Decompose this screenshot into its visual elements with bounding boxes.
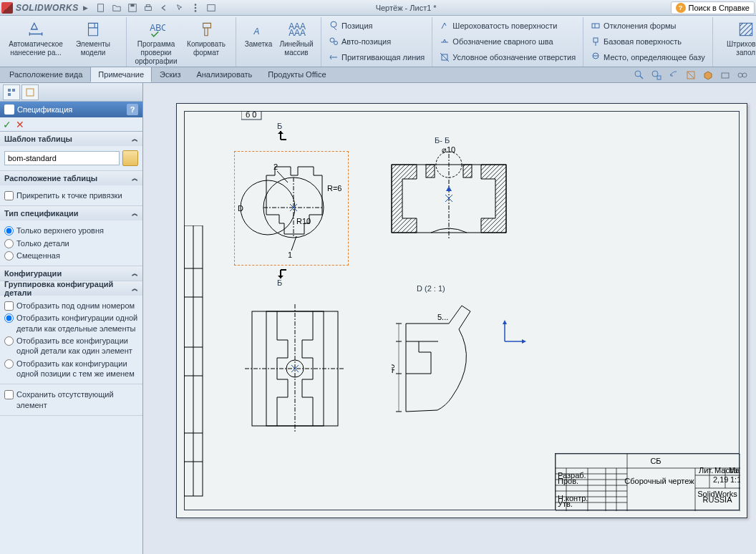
new-button[interactable] xyxy=(94,1,108,14)
part-config-grouping-header[interactable]: Группировка конфигураций детали︽ xyxy=(0,281,142,296)
svg-text:D: D xyxy=(238,204,243,213)
surface-finish-icon xyxy=(440,21,450,31)
display-same-name-radio[interactable] xyxy=(4,359,14,369)
hole-callout-button[interactable]: Условное обозначение отверстия xyxy=(437,50,578,64)
tab-annotation[interactable]: Примечание xyxy=(90,67,152,82)
svg-text:RUSSIA: RUSSIA xyxy=(703,495,733,504)
pm-help-button[interactable]: ? xyxy=(127,104,138,115)
svg-text:5...: 5... xyxy=(437,313,448,321)
collapse-icon: ︽ xyxy=(132,135,138,144)
hide-show-button[interactable] xyxy=(717,68,733,82)
section-label-b-top: Б xyxy=(277,122,282,130)
command-tabs: Расположение вида Примечание Эскиз Анали… xyxy=(0,67,756,83)
drawing-view-detail-d[interactable]: 40 5... xyxy=(392,298,492,427)
property-manager-body: Шаблон таблицы︽ Расположение таблицы︽ Пр… xyxy=(0,132,142,554)
svg-text:A: A xyxy=(253,26,260,37)
view-orientation-button[interactable] xyxy=(735,68,750,82)
hatch-fill-button[interactable]: Штриховка/запол xyxy=(717,19,756,59)
magnetic-line-button[interactable]: Притягивающая линия xyxy=(326,50,427,64)
section-view-button[interactable] xyxy=(683,68,699,82)
indented-radio[interactable] xyxy=(4,251,14,261)
svg-text:б 0: б 0 xyxy=(246,111,256,119)
datum-icon xyxy=(591,37,601,47)
svg-text:Пров.: Пров. xyxy=(558,477,578,485)
quick-access-toolbar xyxy=(94,1,218,14)
origin-triad xyxy=(499,319,528,349)
view-toolbar xyxy=(626,68,756,82)
note-button[interactable]: A Заметка xyxy=(241,19,276,50)
display-one-checkbox[interactable] xyxy=(4,301,14,311)
save-button[interactable] xyxy=(125,1,140,14)
select-button[interactable] xyxy=(173,1,187,14)
feature-tree-tab[interactable] xyxy=(3,84,20,100)
display-separate-radio[interactable] xyxy=(4,314,14,323)
keep-missing-checkbox[interactable] xyxy=(4,390,14,399)
datum-target-button[interactable]: Место, определяющее базу xyxy=(588,50,708,64)
model-items-icon xyxy=(84,20,102,39)
svg-rect-36 xyxy=(8,93,11,96)
datum-feature-button[interactable]: Базовая поверхность xyxy=(588,34,708,49)
parts-only-radio[interactable] xyxy=(4,239,14,248)
svg-rect-60 xyxy=(463,165,472,178)
form-tolerance-button[interactable]: Отклонения формы xyxy=(588,19,708,33)
svg-text:Утв.: Утв. xyxy=(558,500,573,508)
template-browse-button[interactable] xyxy=(122,150,138,166)
svg-text:2,19: 2,19 xyxy=(713,475,728,484)
tab-view-layout[interactable]: Расположение вида xyxy=(1,67,90,82)
drawing-sheet[interactable]: б 0 Б D 2 1 R=6 R1 xyxy=(176,103,747,518)
auto-balloon-button[interactable]: Авто-позиция xyxy=(326,34,427,49)
drawing-view-top[interactable] xyxy=(241,301,349,433)
drawing-view-front[interactable]: D 2 1 R=6 R10 xyxy=(238,154,345,261)
bom-type-header[interactable]: Тип спецификации︽ xyxy=(0,206,142,220)
table-location-header[interactable]: Расположение таблицы︽ xyxy=(0,171,142,185)
drawing-canvas[interactable]: б 0 Б D 2 1 R=6 R1 xyxy=(143,83,756,554)
display-style-button[interactable] xyxy=(700,68,716,82)
copy-format-button[interactable]: Копировать формат xyxy=(181,19,231,59)
template-section-header[interactable]: Шаблон таблицы︽ xyxy=(0,132,142,146)
options-button[interactable] xyxy=(204,1,218,14)
svg-text:R=6: R=6 xyxy=(327,184,342,193)
app-logo[interactable]: SOLIDWORKS ▶ xyxy=(1,2,88,14)
model-items-button[interactable]: Элементы модели xyxy=(64,19,122,59)
tab-office[interactable]: Продукты Office xyxy=(260,67,334,82)
spellcheck-icon: ABC xyxy=(147,20,165,39)
rebuild-button[interactable] xyxy=(188,1,203,14)
prev-view-button[interactable] xyxy=(666,68,682,82)
section-arrow-icon xyxy=(273,131,288,142)
svg-point-32 xyxy=(738,73,742,77)
spellcheck-button[interactable]: ABC Программа проверки орфографии xyxy=(131,19,181,67)
drawing-view-section-bb[interactable]: ⌀10 xyxy=(384,147,513,254)
svg-marker-41 xyxy=(278,131,284,134)
svg-rect-3 xyxy=(145,6,151,10)
zoom-area-button[interactable] xyxy=(649,68,664,82)
title-block[interactable]: СБ Сборочный чертеж SolidWorks RUSSIA Ра… xyxy=(555,453,740,510)
top-level-radio[interactable] xyxy=(4,226,14,235)
svg-line-27 xyxy=(640,76,643,79)
display-one-label: Отобразить под одним номером xyxy=(16,301,135,311)
open-button[interactable] xyxy=(110,1,124,14)
weld-symbol-button[interactable]: Обозначение сварного шва xyxy=(437,34,578,49)
undo-button[interactable] xyxy=(157,1,171,14)
surface-finish-button[interactable]: Шероховатость поверхности xyxy=(437,19,578,33)
attach-anchor-checkbox[interactable] xyxy=(4,191,14,200)
svg-point-13 xyxy=(331,21,336,27)
zoom-fit-button[interactable] xyxy=(631,68,647,82)
cancel-button[interactable]: ✕ xyxy=(16,119,24,130)
ribbon: Автоматическое нанесение ра... Элементы … xyxy=(0,16,756,67)
ok-button[interactable]: ✓ xyxy=(3,119,11,130)
display-one-item-radio[interactable] xyxy=(4,336,14,346)
property-manager-tab[interactable] xyxy=(21,84,39,100)
template-input[interactable] xyxy=(4,151,120,165)
svg-text:1:1: 1:1 xyxy=(730,475,740,484)
collapse-icon: ︽ xyxy=(132,174,138,183)
search-help-box[interactable]: ? Поиск в Справке xyxy=(671,1,755,14)
tab-sketch[interactable]: Эскиз xyxy=(152,67,188,82)
document-title: Чертёж - Лист1 * xyxy=(376,4,437,12)
linear-pattern-button[interactable]: AAAAAA Линейный массив xyxy=(276,19,316,59)
print-button[interactable] xyxy=(141,1,155,14)
balloon-button[interactable]: Позиция xyxy=(326,19,427,33)
tab-analyze[interactable]: Анализировать xyxy=(188,67,260,82)
auto-dimension-button[interactable]: Автоматическое нанесение ра... xyxy=(7,19,64,59)
configurations-header[interactable]: Конфигурации︽ xyxy=(0,266,142,281)
datum-target-icon xyxy=(591,52,601,62)
